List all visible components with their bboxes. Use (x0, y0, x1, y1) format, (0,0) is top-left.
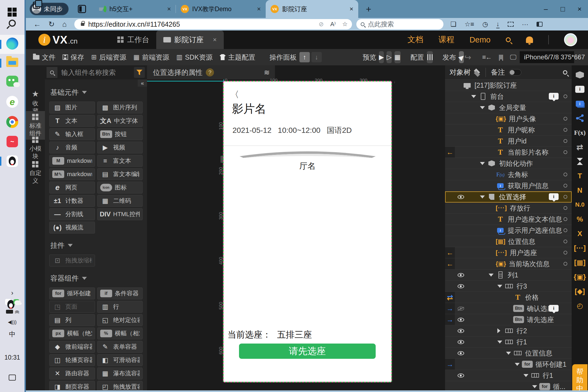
tree-node-seat-info-row[interactable]: 位置信息 (445, 348, 572, 359)
minimize-button[interactable]: – (537, 2, 554, 16)
component-webpage[interactable]: e网页 (49, 182, 95, 194)
redo-icon[interactable]: ↪ (464, 53, 471, 62)
section-title-0[interactable]: 基础元件 (50, 88, 142, 97)
back-icon[interactable]: ← (33, 20, 41, 29)
wechat-icon[interactable] (0, 76, 24, 87)
tree-caret-icon[interactable] (515, 363, 522, 366)
vertical-tabs-icon[interactable] (78, 5, 86, 13)
user-avatar[interactable] (564, 33, 577, 46)
component-pageflip-container[interactable]: ◨翻页容器 (49, 381, 95, 390)
extensions-icon[interactable]: ❏ (451, 20, 457, 28)
help-center-badge[interactable]: 帮助中心 ? (572, 364, 587, 392)
component-column[interactable]: ▤列 (49, 314, 95, 326)
tree-caret-icon[interactable] (532, 385, 539, 388)
visibility-icon[interactable] (458, 351, 464, 355)
event-target-icon[interactable]: → (445, 359, 455, 370)
tab-group-icon[interactable] (33, 0, 41, 8)
tree-node-remove-badge-fn[interactable]: F(x)去角标 (445, 169, 572, 180)
add-component-box-button[interactable] (576, 70, 584, 80)
component-micro-frontend[interactable]: ◆微前端容器 (49, 341, 95, 353)
tree-node-user-nickname-var[interactable]: T用户昵称 (445, 124, 572, 136)
component-masonry-container[interactable]: ▦瀑布流容器 (97, 367, 143, 379)
notes-toggle[interactable] (509, 69, 521, 76)
component-image-sequence[interactable]: ▩图片序列 (97, 102, 143, 114)
browser-tab-cinema[interactable]: VX 影院订座 × (266, 0, 358, 18)
component-chinese-font[interactable]: 文A中文字体 (97, 115, 143, 127)
maximize-button[interactable]: □ (554, 2, 571, 16)
event-source-icon[interactable]: ← (445, 258, 455, 269)
tree-caret-icon[interactable] (471, 95, 478, 98)
tray-apps[interactable] (0, 299, 24, 305)
publish-button[interactable]: ▶ (459, 51, 464, 63)
tree-node-seat-hint-info[interactable]: i提示用户选座信息 (445, 225, 572, 236)
tree-caret-icon[interactable] (480, 162, 487, 165)
tree-node-init-actions[interactable]: 初始化动作 (445, 158, 572, 169)
tree-node-get-user-info[interactable]: i获取用户信息 (445, 180, 572, 191)
volume-icon[interactable]: ◀))) (0, 319, 24, 325)
event-circle-icon[interactable] (564, 195, 567, 199)
browser-tab-demo[interactable]: VX IVX教学Demo × (176, 0, 266, 18)
os-search-icon[interactable] (0, 20, 24, 27)
notification-center-icon[interactable] (0, 375, 24, 381)
component-button[interactable]: Btn按钮 (97, 128, 143, 140)
tree-node-user-id-var[interactable]: T用户id (445, 136, 572, 147)
tree-caret-icon[interactable] (497, 285, 504, 288)
note-bubble-icon[interactable]: i (549, 93, 559, 100)
tree-node-global-vars[interactable]: 全局变量 (445, 102, 572, 113)
rail-modules[interactable]: 小模块 (26, 137, 45, 160)
tree-caret-icon[interactable] (497, 341, 504, 344)
add-trigger-clock-button[interactable]: ◴ (577, 301, 583, 311)
browser-tab-h5[interactable]: h5交互+ × (94, 0, 176, 18)
add-expression-variable-button[interactable]: X (577, 229, 582, 238)
theme-config-button[interactable]: 主题配置 (220, 53, 255, 62)
align-list-button[interactable]: ≡← (482, 53, 491, 61)
add-object-array-variable-button[interactable]: [◆] (575, 286, 585, 296)
tab-workbench[interactable]: 工作台 (110, 30, 156, 49)
tree-node-column-1[interactable]: 列1 (445, 270, 572, 281)
rail-custom[interactable]: 自定义 (26, 161, 45, 184)
event-circle-icon[interactable] (564, 173, 567, 176)
add-timer-button[interactable] (577, 157, 583, 166)
tray-expand-icon[interactable]: › (0, 289, 24, 297)
close-tab-icon[interactable]: × (252, 5, 261, 13)
qq-icon[interactable] (0, 155, 24, 167)
component-banner-relative[interactable]: %横幅（相对... (97, 327, 143, 339)
nav-courses[interactable]: 课程 (439, 34, 454, 45)
new-tab-button[interactable]: + (366, 4, 371, 14)
note-bubble-icon[interactable]: i (549, 193, 559, 200)
visibility-icon[interactable] (458, 373, 464, 378)
panel-up-button[interactable]: ↑ (299, 52, 310, 62)
add-function-button[interactable]: F(x) (574, 128, 586, 137)
tree-node-front-stage[interactable]: 前台i (445, 91, 572, 102)
tree-node-seat-select-page[interactable]: 位置选择i (445, 191, 572, 203)
add-message-bubbles-button[interactable]: i (576, 99, 584, 109)
preview-debug-button[interactable]: ▷ (387, 51, 391, 63)
backend-resources-button[interactable]: ⊞后端资源 (91, 53, 126, 62)
close-tab-icon[interactable]: × (162, 5, 171, 13)
tree-node-row-1[interactable]: 行1 (445, 336, 572, 348)
component-counter[interactable]: ±1计数器 (49, 195, 95, 207)
filter-button[interactable] (134, 67, 145, 78)
tree-node-inner-row-1[interactable]: 行1 (445, 370, 572, 381)
panel-down-button[interactable]: ↓ (311, 52, 322, 62)
add-object-variable-button[interactable]: {▣} (574, 272, 586, 282)
close-tab-icon[interactable]: × (345, 5, 353, 13)
browser-360-icon[interactable]: e (0, 96, 24, 108)
event-circle-icon[interactable] (564, 128, 567, 132)
component-icon[interactable]: Icon图标 (97, 182, 143, 194)
visibility-off-icon[interactable] (458, 307, 464, 311)
phone-preview[interactable]: 〈 影片名 2021-05-12 10:00~12:00 国语2D 厅名 当前选… (224, 82, 391, 382)
add-table-variable-button[interactable]: [▦] (574, 258, 586, 267)
component-swipe-container[interactable]: ◧可滑动容器 (97, 354, 143, 366)
input-method-indicator[interactable]: 中 (0, 330, 24, 339)
component-dragdrop-container[interactable]: ◰拖拽放置容器 (97, 381, 143, 390)
file-button[interactable]: 文件 (33, 53, 56, 62)
component-image[interactable]: ▨图片 (49, 102, 95, 114)
tree-node-seat-text-info[interactable]: T用户选座文本信息 (445, 214, 572, 225)
event-circle-icon[interactable] (564, 139, 567, 143)
close-project-icon[interactable]: × (213, 36, 217, 44)
visibility-icon[interactable] (458, 318, 464, 322)
ivx-logo[interactable]: i VX .cn (38, 34, 78, 46)
add-service-node-button[interactable] (576, 113, 584, 123)
visibility-icon[interactable] (458, 195, 464, 199)
